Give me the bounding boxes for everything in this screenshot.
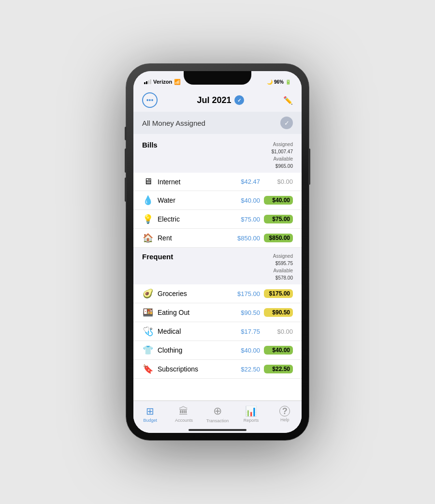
status-left: Verizon 📶: [144, 79, 181, 85]
subscriptions-row[interactable]: 🔖 Subscriptions $22.50 $22.50: [133, 360, 302, 379]
edit-icon: ✏️: [283, 96, 293, 104]
money-assigned-banner: All Money Assigned ✓: [133, 112, 302, 134]
moon-icon: 🌙: [267, 79, 273, 85]
medical-available: $0.00: [264, 328, 293, 335]
groceries-icon: 🥑: [142, 288, 154, 299]
clothing-icon: 👕: [142, 345, 154, 356]
nav-reports[interactable]: 📊 Reports: [234, 405, 268, 423]
clothing-row[interactable]: 👕 Clothing $40.00 $40.00: [133, 341, 302, 360]
edit-button[interactable]: ✏️: [283, 96, 293, 105]
bills-available-label: Available: [274, 156, 293, 162]
status-right: 🌙 96% 🔋: [267, 79, 291, 85]
water-row[interactable]: 💧 Water $40.00 $40.00: [133, 191, 302, 210]
battery-icon: 🔋: [285, 79, 291, 85]
nav-accounts[interactable]: 🏛 Accounts: [167, 406, 201, 423]
subscriptions-icon: 🔖: [142, 364, 154, 374]
eating-out-available: $90.50: [264, 308, 293, 317]
medical-icon: 🩺: [142, 326, 154, 337]
clothing-name: Clothing: [158, 346, 229, 354]
menu-button[interactable]: •••: [142, 92, 158, 108]
nav-help[interactable]: ? Help: [268, 406, 302, 422]
volume-down-button: [125, 178, 127, 202]
check-icon: ✓: [284, 119, 290, 127]
frequent-assigned-value: $595.75: [276, 261, 293, 266]
wifi-icon: 📶: [174, 79, 181, 85]
frequent-available-label: Available: [274, 268, 293, 273]
electric-available: $75.00: [264, 215, 293, 223]
medical-assigned: $17.75: [229, 328, 260, 335]
medical-name: Medical: [158, 327, 229, 335]
budget-icon: ⊞: [146, 405, 154, 417]
groceries-available: $175.00: [264, 289, 293, 298]
bills-category-header: Bills Assigned $1,007.47 Available $965.…: [133, 136, 302, 173]
month-year-label: Jul 2021: [197, 95, 231, 105]
bottom-nav: ⊞ Budget 🏛 Accounts ⊕ Transaction 📊 Repo…: [133, 400, 302, 429]
eating-out-icon: 🍱: [142, 307, 154, 318]
home-bar: [188, 429, 246, 431]
phone-device: Verizon 📶 3:26 PM 🌙 96% 🔋 ••• Jul 2021: [126, 63, 309, 441]
water-assigned: $40.00: [229, 197, 260, 204]
frequent-category-name: Frequent: [142, 252, 173, 261]
app-content: ••• Jul 2021 ✓ ✏️ All Money Assigned ✓: [133, 89, 302, 433]
internet-icon: 🖥: [142, 177, 154, 187]
notch: [184, 71, 251, 85]
eating-out-name: Eating Out: [158, 309, 229, 316]
rent-available: $850.00: [264, 234, 293, 242]
groceries-name: Groceries: [158, 290, 229, 297]
home-indicator: [133, 429, 302, 433]
nav-budget[interactable]: ⊞ Budget: [133, 405, 167, 423]
bills-assigned-label: Assigned: [273, 142, 293, 147]
subscriptions-assigned: $22.50: [229, 366, 260, 373]
help-nav-label: Help: [280, 417, 290, 422]
frequent-category-summary: Assigned $595.75 Available $578.00: [273, 252, 293, 282]
rent-row[interactable]: 🏠 Rent $850.00 $850.00: [133, 229, 302, 248]
help-icon: ?: [279, 406, 290, 416]
bills-assigned-value: $1,007.47: [272, 149, 293, 154]
header-title: Jul 2021 ✓: [197, 95, 244, 105]
month-select-button[interactable]: ✓: [234, 95, 244, 105]
frequent-assigned-label: Assigned: [273, 253, 293, 259]
medical-row[interactable]: 🩺 Medical $17.75 $0.00: [133, 322, 302, 341]
eating-out-assigned: $90.50: [229, 309, 260, 316]
internet-row[interactable]: 🖥 Internet $42.47 $0.00: [133, 173, 302, 191]
electric-icon: 💡: [142, 214, 154, 224]
accounts-icon: 🏛: [179, 406, 188, 417]
rent-assigned: $850.00: [229, 235, 260, 242]
transaction-icon: ⊕: [213, 405, 222, 417]
clothing-assigned: $40.00: [229, 347, 260, 354]
internet-assigned: $42.47: [229, 178, 260, 185]
reports-icon: 📊: [245, 405, 257, 417]
app-header: ••• Jul 2021 ✓ ✏️: [133, 89, 302, 112]
rent-name: Rent: [158, 234, 229, 242]
bills-available-value: $965.00: [276, 163, 293, 169]
nav-transaction[interactable]: ⊕ Transaction: [201, 405, 234, 423]
bills-category-name: Bills: [142, 141, 158, 149]
rent-icon: 🏠: [142, 233, 154, 243]
water-icon: 💧: [142, 195, 154, 206]
clothing-available: $40.00: [264, 346, 293, 355]
checkmark-icon: ✓: [237, 98, 241, 103]
water-name: Water: [158, 196, 229, 204]
reports-nav-label: Reports: [244, 418, 259, 423]
mute-button: [125, 127, 127, 140]
electric-name: Electric: [158, 215, 229, 223]
power-button: [308, 148, 310, 185]
menu-icon: •••: [146, 96, 154, 104]
accounts-nav-label: Accounts: [175, 418, 193, 423]
volume-up-button: [125, 148, 127, 173]
budget-list: Bills Assigned $1,007.47 Available $965.…: [133, 136, 302, 400]
internet-available: $0.00: [264, 178, 293, 185]
water-available: $40.00: [264, 196, 293, 205]
frequent-category-header: Frequent Assigned $595.75 Available $578…: [133, 248, 302, 284]
internet-name: Internet: [158, 178, 229, 186]
subscriptions-available: $22.50: [264, 365, 293, 373]
bills-category-summary: Assigned $1,007.47 Available $965.00: [272, 141, 293, 170]
transaction-nav-label: Transaction: [206, 418, 229, 423]
groceries-row[interactable]: 🥑 Groceries $175.00 $175.00: [133, 284, 302, 303]
electric-row[interactable]: 💡 Electric $75.00 $75.00: [133, 210, 302, 229]
signal-icon: [144, 79, 151, 84]
battery-label: 96%: [274, 79, 284, 85]
eating-out-row[interactable]: 🍱 Eating Out $90.50 $90.50: [133, 303, 302, 322]
phone-screen: Verizon 📶 3:26 PM 🌙 96% 🔋 ••• Jul 2021: [133, 71, 302, 433]
carrier-label: Verizon: [153, 79, 172, 85]
